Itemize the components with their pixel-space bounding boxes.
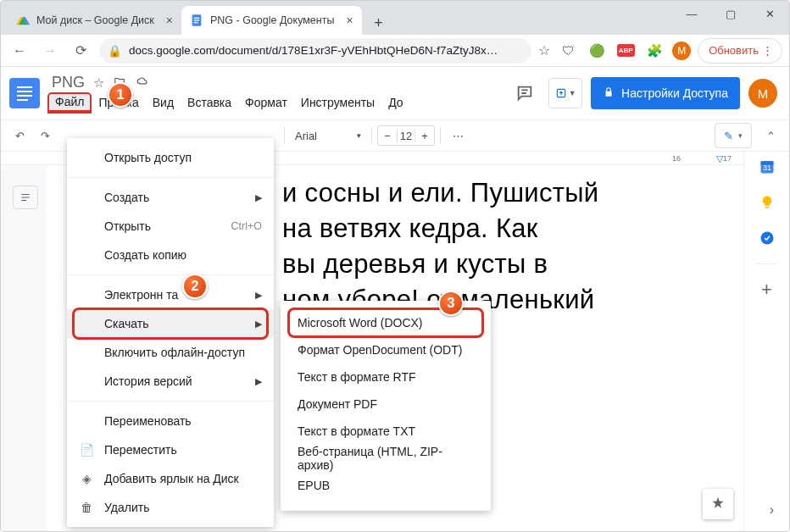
doc-cloud-icon[interactable] [135, 75, 150, 90]
toolbar-more-button[interactable]: ⋯ [446, 124, 470, 147]
keep-icon[interactable] [757, 192, 777, 213]
bookmark-star-icon[interactable]: ☆ [538, 42, 550, 58]
trash-icon: 🗑 [79, 501, 94, 514]
menu-item-new[interactable]: Создать▶ [67, 183, 274, 212]
submenu-item-rtf[interactable]: Текст в формате RTF [281, 363, 491, 391]
docs-favicon-icon [190, 14, 203, 27]
size-minus-button[interactable]: − [378, 130, 397, 142]
label: Создать [104, 191, 149, 204]
profile-avatar[interactable]: M [672, 42, 691, 60]
menu-item-share[interactable]: Открыть доступ [67, 143, 274, 172]
ruler-tick-17: 17 [723, 154, 732, 163]
label: Удалить [104, 501, 149, 514]
menu-item-download[interactable]: Скачать▶ [67, 309, 274, 338]
window-maximize[interactable]: ▢ [711, 1, 750, 26]
font-selector[interactable]: Arial ▾ [290, 130, 366, 142]
menu-item-history[interactable]: История версий▶ [67, 367, 274, 396]
menu-file[interactable]: Файл [48, 93, 91, 113]
file-menu: Открыть доступ Создать▶ ОткрытьCtrl+O Со… [67, 138, 274, 527]
menu-item-offline[interactable]: Включить офлайн-доступ [67, 338, 274, 367]
svg-rect-6 [194, 22, 198, 23]
docs-logo-icon[interactable] [9, 78, 40, 108]
submenu-item-epub[interactable]: EPUB [281, 472, 491, 499]
tasks-icon[interactable] [757, 228, 777, 248]
menu-item-move[interactable]: 📄Переместить [67, 435, 274, 464]
window-close[interactable]: ✕ [750, 1, 789, 26]
label: Открыть [104, 219, 151, 233]
submenu-item-pdf[interactable]: Документ PDF [281, 391, 491, 418]
editing-mode-button[interactable]: ✎ ▾ [715, 123, 752, 148]
outline-toggle-button[interactable] [13, 186, 38, 209]
submenu-caret-icon: ▶ [255, 192, 262, 203]
menu-item-copy[interactable]: Создать копию [67, 241, 274, 269]
ext-evernote-icon[interactable]: 🟢 [586, 40, 608, 62]
submenu-item-html[interactable]: Веб-страница (HTML, ZIP-архив) [281, 445, 491, 472]
browser-update-button[interactable]: Обновить ⋮ [698, 38, 782, 64]
menu-item-delete[interactable]: 🗑Удалить [67, 493, 274, 522]
collapse-toolbar-button[interactable]: ⌃ [759, 124, 782, 147]
menu-insert[interactable]: Вставка [181, 93, 237, 113]
menu-item-rename[interactable]: Переименовать [67, 407, 274, 435]
menu-item-shortcut[interactable]: ◈Добавить ярлык на Диск [67, 464, 274, 493]
kebab-icon: ⋮ [762, 44, 773, 57]
sidepanel-collapse-icon[interactable]: › [770, 502, 774, 518]
menu-item-email[interactable]: Электронн та▶ [67, 280, 274, 309]
annotation-badge-1: 1 [108, 82, 133, 108]
browser-tab-drive[interactable]: Мой диск – Google Диск × [8, 6, 181, 35]
menu-addons[interactable]: До [382, 93, 409, 113]
share-button[interactable]: Настройки Доступа [591, 77, 740, 109]
annotation-badge-3: 3 [438, 291, 464, 316]
doc-title[interactable]: PNG [52, 74, 85, 91]
nav-reload-button[interactable]: ⟳ [69, 39, 92, 63]
new-tab-button[interactable]: + [367, 11, 391, 35]
calendar-icon[interactable]: 31 [757, 157, 777, 177]
doc-star-icon[interactable]: ☆ [93, 75, 104, 91]
ext-shield-icon[interactable]: 🛡 [557, 40, 579, 62]
share-lock-icon [603, 86, 615, 101]
submenu-item-docx[interactable]: Microsoft Word (DOCX) [281, 309, 491, 336]
folder-move-icon: 📄 [79, 443, 94, 457]
redo-button[interactable]: ↷ [33, 124, 57, 147]
submenu-item-txt[interactable]: Текст в формате TXT [281, 418, 491, 445]
browser-tab-docs[interactable]: PNG - Google Документы × [181, 6, 362, 35]
svg-rect-5 [194, 19, 200, 20]
menu-format[interactable]: Формат [239, 93, 293, 113]
drive-favicon-icon [16, 14, 30, 27]
label: Переместить [104, 443, 177, 457]
submenu-caret-icon: ▶ [255, 376, 262, 387]
update-label: Обновить [709, 44, 759, 57]
addons-plus-icon[interactable]: + [757, 280, 777, 300]
svg-point-16 [760, 232, 773, 245]
font-size-stepper[interactable]: − 12 + [377, 125, 435, 146]
ext-puzzle-icon[interactable]: 🧩 [643, 40, 665, 62]
undo-button[interactable]: ↶ [8, 124, 31, 147]
menu-tools[interactable]: Инструменты [295, 93, 381, 113]
label: Создать копию [104, 248, 186, 262]
size-plus-button[interactable]: + [415, 130, 434, 142]
menu-view[interactable]: Вид [147, 93, 180, 113]
label: История версий [104, 374, 192, 388]
drive-shortcut-icon: ◈ [79, 472, 94, 485]
size-value[interactable]: 12 [397, 130, 415, 142]
present-button[interactable]: ▼ [548, 78, 582, 108]
submenu-item-odt[interactable]: Формат OpenDocument (ODT) [281, 336, 491, 363]
ext-abp-icon[interactable]: ABP [615, 40, 637, 62]
nav-forward-button[interactable]: → [38, 39, 62, 63]
ruler-indent-icon[interactable]: ▽ [716, 153, 723, 164]
nav-back-button[interactable]: ← [8, 39, 31, 63]
label: Переименовать [104, 414, 192, 428]
side-panel: 31 + [743, 152, 789, 531]
docs-menubar: Файл Правка Вид Вставка Формат Инструмен… [48, 93, 409, 113]
comments-button[interactable] [509, 78, 540, 108]
url-field[interactable]: 🔒 docs.google.com/document/d/178E1xr3F-y… [99, 38, 531, 64]
lock-icon: 🔒 [108, 44, 122, 58]
tab-close-icon[interactable]: × [346, 14, 353, 27]
explore-fab-button[interactable] [703, 489, 733, 519]
tab-close-icon[interactable]: × [166, 14, 173, 27]
submenu-caret-icon: ▶ [255, 290, 262, 301]
share-label: Настройки Доступа [621, 86, 728, 100]
menu-item-open[interactable]: ОткрытьCtrl+O [67, 212, 274, 241]
account-avatar[interactable]: M [748, 79, 777, 108]
label: Включить офлайн-доступ [104, 346, 245, 359]
window-minimize[interactable]: — [672, 1, 711, 26]
